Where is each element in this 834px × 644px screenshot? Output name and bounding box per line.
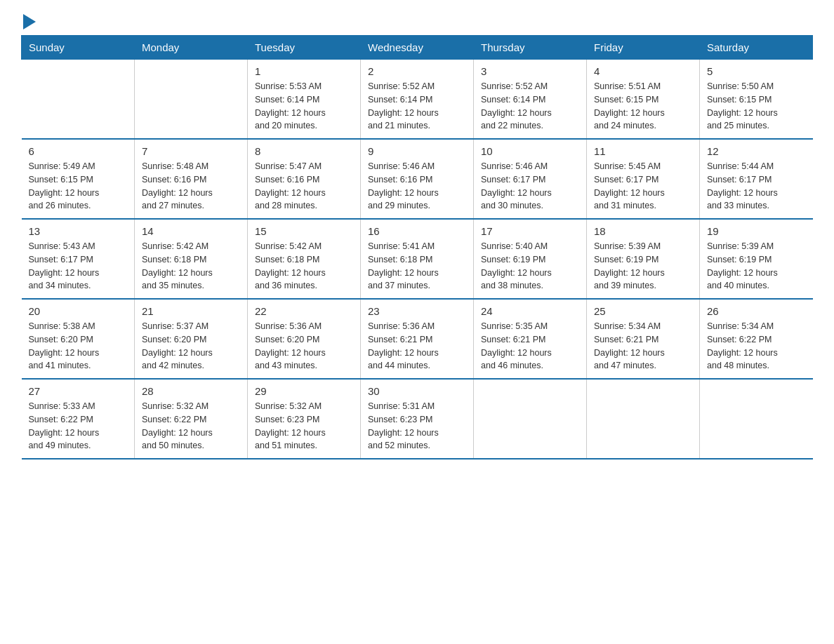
calendar-cell bbox=[700, 379, 813, 459]
calendar-cell: 25Sunrise: 5:34 AMSunset: 6:21 PMDayligh… bbox=[587, 299, 700, 379]
calendar-cell: 2Sunrise: 5:52 AMSunset: 6:14 PMDaylight… bbox=[361, 60, 474, 140]
calendar-cell: 18Sunrise: 5:39 AMSunset: 6:19 PMDayligh… bbox=[587, 219, 700, 299]
day-info: Sunrise: 5:42 AMSunset: 6:18 PMDaylight:… bbox=[255, 240, 353, 293]
calendar-cell: 26Sunrise: 5:34 AMSunset: 6:22 PMDayligh… bbox=[700, 299, 813, 379]
day-info: Sunrise: 5:50 AMSunset: 6:15 PMDaylight:… bbox=[707, 80, 806, 133]
calendar-cell bbox=[587, 379, 700, 459]
calendar-week-4: 20Sunrise: 5:38 AMSunset: 6:20 PMDayligh… bbox=[22, 299, 813, 379]
header bbox=[21, 14, 813, 29]
calendar-cell: 17Sunrise: 5:40 AMSunset: 6:19 PMDayligh… bbox=[474, 219, 587, 299]
day-info: Sunrise: 5:47 AMSunset: 6:16 PMDaylight:… bbox=[255, 160, 353, 213]
calendar-cell: 12Sunrise: 5:44 AMSunset: 6:17 PMDayligh… bbox=[700, 139, 813, 219]
calendar-table: SundayMondayTuesdayWednesdayThursdayFrid… bbox=[21, 35, 813, 459]
calendar-cell: 24Sunrise: 5:35 AMSunset: 6:21 PMDayligh… bbox=[474, 299, 587, 379]
calendar-cell: 19Sunrise: 5:39 AMSunset: 6:19 PMDayligh… bbox=[700, 219, 813, 299]
calendar-body: 1Sunrise: 5:53 AMSunset: 6:14 PMDaylight… bbox=[22, 60, 813, 459]
day-info: Sunrise: 5:46 AMSunset: 6:17 PMDaylight:… bbox=[481, 160, 579, 213]
day-info: Sunrise: 5:53 AMSunset: 6:14 PMDaylight:… bbox=[255, 80, 353, 133]
day-info: Sunrise: 5:32 AMSunset: 6:23 PMDaylight:… bbox=[255, 400, 353, 452]
logo-arrow-icon bbox=[23, 14, 36, 29]
calendar-cell: 6Sunrise: 5:49 AMSunset: 6:15 PMDaylight… bbox=[22, 139, 135, 219]
calendar-cell: 1Sunrise: 5:53 AMSunset: 6:14 PMDaylight… bbox=[248, 60, 361, 140]
day-info: Sunrise: 5:34 AMSunset: 6:21 PMDaylight:… bbox=[594, 320, 692, 373]
calendar-cell: 16Sunrise: 5:41 AMSunset: 6:18 PMDayligh… bbox=[361, 219, 474, 299]
day-number: 1 bbox=[255, 65, 353, 77]
day-info: Sunrise: 5:32 AMSunset: 6:22 PMDaylight:… bbox=[142, 400, 240, 452]
day-number: 7 bbox=[142, 145, 240, 157]
day-number: 8 bbox=[255, 145, 353, 157]
day-info: Sunrise: 5:33 AMSunset: 6:22 PMDaylight:… bbox=[29, 400, 128, 452]
calendar-header: SundayMondayTuesdayWednesdayThursdayFrid… bbox=[22, 36, 813, 60]
day-number: 29 bbox=[255, 385, 353, 397]
day-number: 11 bbox=[594, 145, 692, 157]
day-number: 27 bbox=[29, 385, 128, 397]
calendar-week-2: 6Sunrise: 5:49 AMSunset: 6:15 PMDaylight… bbox=[22, 139, 813, 219]
svg-marker-0 bbox=[23, 14, 36, 29]
day-number: 26 bbox=[707, 305, 806, 317]
day-info: Sunrise: 5:43 AMSunset: 6:17 PMDaylight:… bbox=[29, 240, 128, 293]
calendar-cell: 11Sunrise: 5:45 AMSunset: 6:17 PMDayligh… bbox=[587, 139, 700, 219]
calendar-cell: 9Sunrise: 5:46 AMSunset: 6:16 PMDaylight… bbox=[361, 139, 474, 219]
day-info: Sunrise: 5:40 AMSunset: 6:19 PMDaylight:… bbox=[481, 240, 579, 293]
calendar-cell: 13Sunrise: 5:43 AMSunset: 6:17 PMDayligh… bbox=[22, 219, 135, 299]
day-info: Sunrise: 5:45 AMSunset: 6:17 PMDaylight:… bbox=[594, 160, 692, 213]
day-number: 4 bbox=[594, 65, 692, 77]
day-info: Sunrise: 5:51 AMSunset: 6:15 PMDaylight:… bbox=[594, 80, 692, 133]
day-info: Sunrise: 5:37 AMSunset: 6:20 PMDaylight:… bbox=[142, 320, 240, 373]
day-number: 10 bbox=[481, 145, 579, 157]
day-number: 16 bbox=[368, 225, 466, 237]
calendar-cell: 15Sunrise: 5:42 AMSunset: 6:18 PMDayligh… bbox=[248, 219, 361, 299]
day-info: Sunrise: 5:52 AMSunset: 6:14 PMDaylight:… bbox=[368, 80, 466, 133]
weekday-header-friday: Friday bbox=[587, 36, 700, 60]
day-number: 5 bbox=[707, 65, 806, 77]
weekday-header-tuesday: Tuesday bbox=[248, 36, 361, 60]
day-info: Sunrise: 5:49 AMSunset: 6:15 PMDaylight:… bbox=[29, 160, 128, 213]
day-number: 20 bbox=[29, 305, 128, 317]
calendar-cell: 5Sunrise: 5:50 AMSunset: 6:15 PMDaylight… bbox=[700, 60, 813, 140]
calendar-cell: 28Sunrise: 5:32 AMSunset: 6:22 PMDayligh… bbox=[135, 379, 248, 459]
weekday-header-monday: Monday bbox=[135, 36, 248, 60]
day-number: 23 bbox=[368, 305, 466, 317]
day-number: 2 bbox=[368, 65, 466, 77]
day-number: 19 bbox=[707, 225, 806, 237]
day-number: 15 bbox=[255, 225, 353, 237]
weekday-header-thursday: Thursday bbox=[474, 36, 587, 60]
day-info: Sunrise: 5:34 AMSunset: 6:22 PMDaylight:… bbox=[707, 320, 806, 373]
weekday-header-saturday: Saturday bbox=[700, 36, 813, 60]
day-number: 25 bbox=[594, 305, 692, 317]
calendar-cell: 21Sunrise: 5:37 AMSunset: 6:20 PMDayligh… bbox=[135, 299, 248, 379]
calendar-cell: 27Sunrise: 5:33 AMSunset: 6:22 PMDayligh… bbox=[22, 379, 135, 459]
weekday-header-row: SundayMondayTuesdayWednesdayThursdayFrid… bbox=[22, 36, 813, 60]
day-number: 22 bbox=[255, 305, 353, 317]
day-info: Sunrise: 5:36 AMSunset: 6:21 PMDaylight:… bbox=[368, 320, 466, 373]
weekday-header-sunday: Sunday bbox=[22, 36, 135, 60]
day-info: Sunrise: 5:42 AMSunset: 6:18 PMDaylight:… bbox=[142, 240, 240, 293]
day-info: Sunrise: 5:39 AMSunset: 6:19 PMDaylight:… bbox=[594, 240, 692, 293]
day-number: 17 bbox=[481, 225, 579, 237]
calendar-cell: 29Sunrise: 5:32 AMSunset: 6:23 PMDayligh… bbox=[248, 379, 361, 459]
day-number: 14 bbox=[142, 225, 240, 237]
calendar-cell: 23Sunrise: 5:36 AMSunset: 6:21 PMDayligh… bbox=[361, 299, 474, 379]
calendar-cell bbox=[135, 60, 248, 140]
calendar-cell: 3Sunrise: 5:52 AMSunset: 6:14 PMDaylight… bbox=[474, 60, 587, 140]
day-number: 13 bbox=[29, 225, 128, 237]
calendar-week-1: 1Sunrise: 5:53 AMSunset: 6:14 PMDaylight… bbox=[22, 60, 813, 140]
weekday-header-wednesday: Wednesday bbox=[361, 36, 474, 60]
day-number: 12 bbox=[707, 145, 806, 157]
day-info: Sunrise: 5:46 AMSunset: 6:16 PMDaylight:… bbox=[368, 160, 466, 213]
day-number: 24 bbox=[481, 305, 579, 317]
day-number: 18 bbox=[594, 225, 692, 237]
calendar-cell: 8Sunrise: 5:47 AMSunset: 6:16 PMDaylight… bbox=[248, 139, 361, 219]
day-info: Sunrise: 5:39 AMSunset: 6:19 PMDaylight:… bbox=[707, 240, 806, 293]
calendar-cell: 20Sunrise: 5:38 AMSunset: 6:20 PMDayligh… bbox=[22, 299, 135, 379]
day-number: 6 bbox=[29, 145, 128, 157]
calendar-cell: 14Sunrise: 5:42 AMSunset: 6:18 PMDayligh… bbox=[135, 219, 248, 299]
day-info: Sunrise: 5:38 AMSunset: 6:20 PMDaylight:… bbox=[29, 320, 128, 373]
day-number: 30 bbox=[368, 385, 466, 397]
day-info: Sunrise: 5:48 AMSunset: 6:16 PMDaylight:… bbox=[142, 160, 240, 213]
day-info: Sunrise: 5:52 AMSunset: 6:14 PMDaylight:… bbox=[481, 80, 579, 133]
logo bbox=[21, 14, 36, 29]
day-info: Sunrise: 5:41 AMSunset: 6:18 PMDaylight:… bbox=[368, 240, 466, 293]
calendar-cell: 4Sunrise: 5:51 AMSunset: 6:15 PMDaylight… bbox=[587, 60, 700, 140]
calendar-cell bbox=[22, 60, 135, 140]
